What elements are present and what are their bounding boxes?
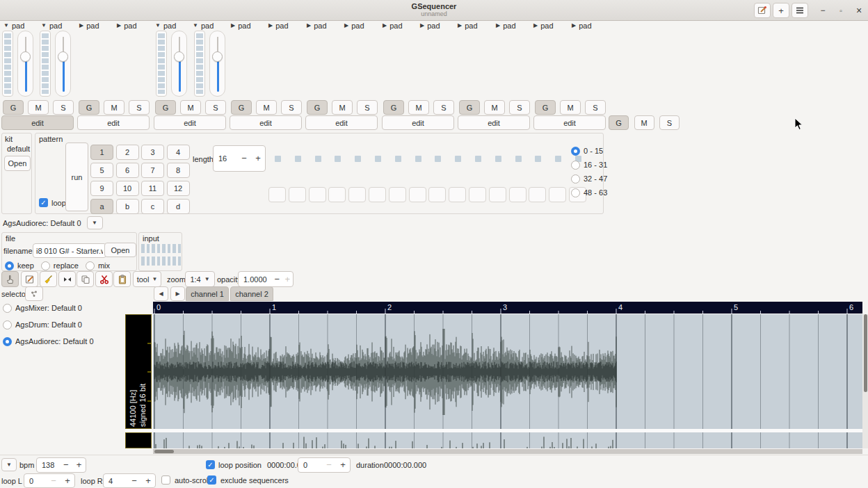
machine-radio[interactable] — [3, 304, 12, 313]
group-toggle-button[interactable]: G — [535, 100, 556, 115]
machine-combo-button[interactable]: ▼ — [87, 216, 103, 229]
run-button[interactable]: run — [65, 143, 88, 211]
tab-scroll-left-button[interactable]: ◀ — [154, 286, 168, 301]
pattern-pad-toggle[interactable] — [309, 187, 326, 202]
pad-expanded-icon[interactable]: ▼ — [41, 22, 47, 29]
pad-header-6[interactable]: ▼pad — [193, 22, 214, 30]
group-toggle-button[interactable]: G — [307, 100, 328, 115]
bank-button-4[interactable]: 4 — [167, 145, 190, 160]
pad-collapsed-icon[interactable]: ▶ — [572, 22, 576, 29]
mix-radio[interactable] — [86, 261, 95, 270]
slider-thumb[interactable] — [20, 51, 31, 62]
pad-collapsed-icon[interactable]: ▶ — [496, 22, 500, 29]
mute-toggle-button[interactable]: M — [104, 100, 124, 115]
edit-tool-button[interactable] — [21, 271, 38, 287]
bank-button-8[interactable]: 8 — [167, 163, 190, 178]
horizontal-scrollbar-thumb[interactable] — [154, 450, 174, 453]
bank-button-a[interactable]: a — [90, 199, 113, 214]
bank-button-b[interactable]: b — [116, 199, 139, 214]
bpm-plus-button[interactable]: + — [72, 458, 86, 472]
replace-radio[interactable] — [41, 261, 50, 270]
exclude-checkbox[interactable]: ✓ — [207, 475, 216, 485]
edit-button[interactable]: edit — [533, 115, 606, 130]
bpm-minus-button[interactable]: − — [59, 458, 72, 472]
add-tab-button[interactable]: + — [773, 3, 789, 18]
wave-ruler[interactable]: 0123456 — [153, 302, 862, 314]
bank-button-1[interactable]: 1 — [90, 145, 113, 160]
pad-header-3[interactable]: ▶pad — [79, 22, 99, 30]
solo-toggle-button[interactable]: S — [509, 100, 530, 115]
pad-header-12[interactable]: ▶pad — [420, 22, 440, 30]
slider-thumb[interactable] — [58, 51, 68, 62]
pad-collapsed-icon[interactable]: ▶ — [533, 22, 538, 29]
bank-button-9[interactable]: 9 — [90, 181, 113, 196]
pattern-pad-toggle[interactable] — [409, 187, 426, 202]
vertical-scrollbar-thumb[interactable] — [864, 314, 867, 392]
pad-header-9[interactable]: ▶pad — [307, 22, 327, 30]
pad-header-5[interactable]: ▼pad — [155, 22, 176, 30]
copy-button[interactable] — [77, 271, 94, 287]
pattern-pad-toggle[interactable] — [428, 187, 446, 202]
machine-radio[interactable] — [3, 320, 12, 330]
slider-thumb[interactable] — [174, 51, 184, 62]
position-minus-button[interactable]: − — [322, 458, 336, 472]
master-mute-toggle-button[interactable]: M — [634, 115, 654, 130]
pad-collapsed-icon[interactable]: ▶ — [231, 22, 235, 29]
selector-config-button[interactable] — [25, 286, 43, 301]
edit-button[interactable]: edit — [1, 115, 74, 130]
pad-header-7[interactable]: ▶pad — [231, 22, 251, 30]
machine-radio[interactable] — [3, 337, 12, 346]
pad-header-13[interactable]: ▶pad — [458, 22, 478, 30]
position-tool-button[interactable] — [1, 271, 19, 287]
solo-toggle-button[interactable]: S — [585, 100, 606, 115]
pattern-pad-toggle[interactable] — [268, 187, 286, 202]
pad-volume-slider[interactable] — [171, 31, 187, 97]
offset-radio[interactable] — [571, 147, 580, 156]
pattern-pad-toggle[interactable] — [369, 187, 386, 202]
mute-toggle-button[interactable]: M — [28, 100, 49, 115]
titlebar[interactable]: GSequencer unnamed + − ▫ × — [0, 0, 868, 21]
bank-button-10[interactable]: 10 — [116, 181, 139, 196]
edit-button[interactable]: edit — [154, 115, 226, 130]
paste-button[interactable] — [113, 271, 131, 287]
slider-thumb[interactable] — [212, 51, 223, 62]
pattern-pad-toggle[interactable] — [549, 187, 566, 202]
menu-button[interactable] — [791, 3, 808, 18]
bank-button-12[interactable]: 12 — [167, 181, 190, 196]
pad-header-11[interactable]: ▶pad — [383, 22, 403, 30]
group-toggle-button[interactable]: G — [383, 100, 404, 115]
pad-header-1[interactable]: ▼pad — [3, 22, 24, 30]
loop-l-value[interactable]: 0 — [24, 477, 47, 485]
pattern-pad-toggle[interactable] — [289, 187, 306, 202]
mute-toggle-button[interactable]: M — [484, 100, 505, 115]
pad-header-4[interactable]: ▶pad — [117, 22, 137, 30]
opacity-plus-button[interactable]: + — [282, 273, 293, 286]
pad-volume-slider[interactable] — [55, 31, 71, 97]
bank-button-c[interactable]: c — [141, 199, 164, 214]
pattern-pad-toggle[interactable] — [509, 187, 527, 202]
solo-toggle-button[interactable]: S — [281, 100, 302, 115]
loop-r-plus-button[interactable]: + — [141, 474, 155, 488]
bank-button-2[interactable]: 2 — [116, 145, 139, 160]
pad-expanded-icon[interactable]: ▼ — [193, 22, 198, 29]
pad-collapsed-icon[interactable]: ▶ — [268, 22, 273, 29]
filename-input[interactable] — [33, 243, 106, 258]
pad-collapsed-icon[interactable]: ▶ — [307, 22, 311, 29]
horizontal-scrollbar[interactable] — [153, 449, 862, 454]
loop-l-minus-button[interactable]: − — [47, 474, 61, 488]
edit-button[interactable]: edit — [305, 115, 378, 130]
bank-button-6[interactable]: 6 — [116, 163, 139, 178]
pad-collapsed-icon[interactable]: ▶ — [79, 22, 83, 29]
bpm-preset-combo[interactable]: ▼ — [1, 458, 17, 471]
position-spin-value[interactable]: 0 — [298, 461, 322, 469]
kit-open-button[interactable]: Open — [4, 156, 31, 171]
mute-toggle-button[interactable]: M — [332, 100, 353, 115]
bank-button-d[interactable]: d — [167, 199, 190, 214]
tool-dropdown[interactable]: tool ▼ — [133, 271, 161, 287]
pattern-pad-toggle[interactable] — [469, 187, 486, 202]
group-toggle-button[interactable]: G — [459, 100, 480, 115]
pad-header-2[interactable]: ▼pad — [41, 22, 62, 30]
solo-toggle-button[interactable]: S — [205, 100, 226, 115]
vertical-scrollbar[interactable] — [862, 314, 868, 448]
cut-button[interactable] — [95, 271, 113, 287]
